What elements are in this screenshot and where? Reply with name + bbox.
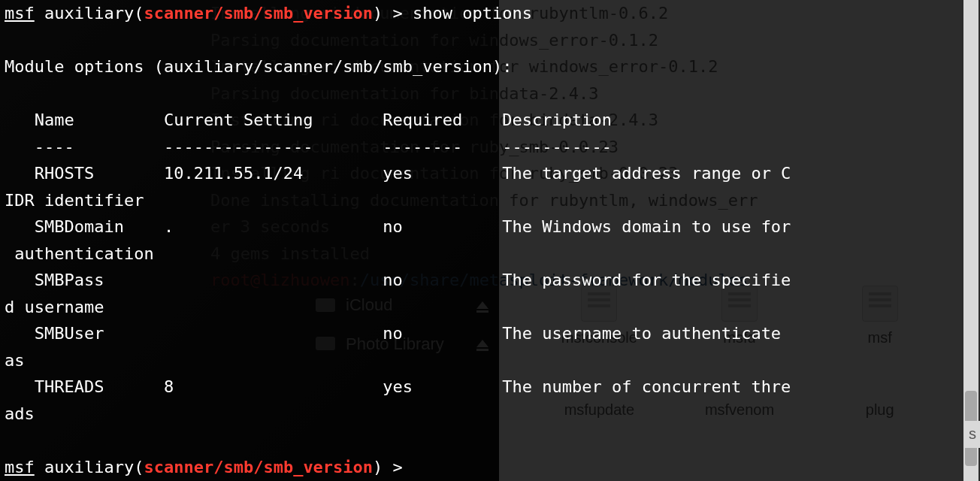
prompt-module: scanner/smb/smb_version [144, 4, 373, 23]
prompt-prefix: msf [5, 4, 35, 23]
table-row: THREADS 8 yes The number of concurrent t… [5, 377, 791, 396]
scrollbar[interactable] [963, 0, 978, 481]
prompt-prefix: msf [5, 458, 35, 476]
table-row: SMBPass no The password for the specifie [5, 271, 791, 289]
table-row: SMBUser no The username to authenticate [5, 324, 791, 343]
table-row-wrap: ads [5, 404, 35, 423]
table-row-wrap: d username [5, 298, 104, 316]
module-options-header: Module options (auxiliary/scanner/smb/sm… [5, 57, 513, 76]
prompt-module: scanner/smb/smb_version [144, 458, 373, 476]
clipped-text: s [965, 421, 980, 448]
table-divider: ---- --------------- -------- ----------… [5, 138, 612, 156]
table-row: SMBDomain . no The Windows domain to use… [5, 217, 791, 236]
table-row-wrap: IDR identifier [5, 191, 144, 210]
table-header: Name Current Setting Required Descriptio… [5, 110, 612, 129]
table-row-wrap: as [5, 351, 25, 370]
terminal-output[interactable]: msf auxiliary(scanner/smb/smb_version) >… [0, 0, 980, 481]
table-row-wrap: authentication [5, 244, 154, 263]
table-row: RHOSTS 10.211.55.1/24 yes The target add… [5, 164, 791, 183]
